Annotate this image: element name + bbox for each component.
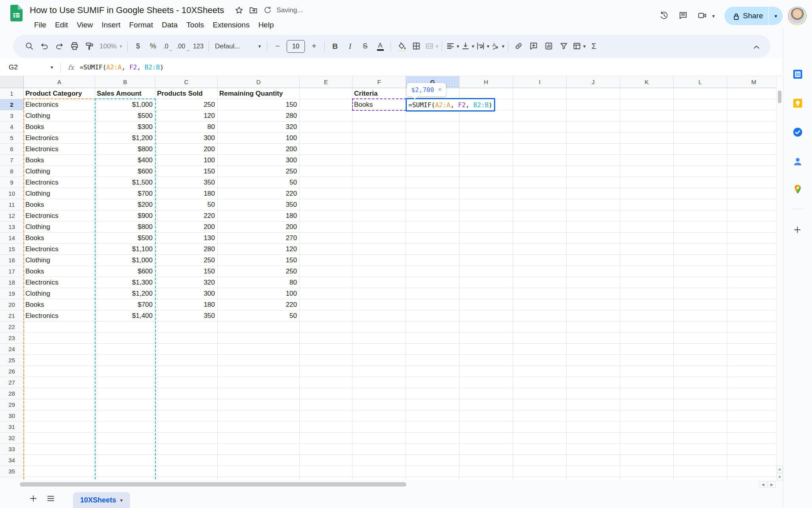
cell-E22[interactable] <box>300 321 352 333</box>
scroll-right-arrow[interactable]: ▶ <box>768 481 776 488</box>
cell-D15[interactable]: 120 <box>218 244 300 255</box>
row-header-24[interactable]: 24 <box>0 344 24 355</box>
cell-A27[interactable] <box>24 377 95 388</box>
share-main[interactable]: Share <box>724 7 769 25</box>
row-header-8[interactable]: 8 <box>0 166 24 177</box>
cell-E33[interactable] <box>300 444 352 455</box>
cell-I5[interactable] <box>513 133 567 144</box>
cell-H15[interactable] <box>460 244 513 255</box>
cell-C19[interactable]: 300 <box>155 288 218 299</box>
cell-F18[interactable] <box>352 277 406 288</box>
cell-D6[interactable]: 200 <box>218 144 300 155</box>
cell-D23[interactable] <box>218 333 300 344</box>
cell-F1[interactable]: Criteria <box>352 88 406 99</box>
cell-G34[interactable] <box>406 455 460 466</box>
move-folder-icon[interactable] <box>246 3 260 17</box>
cell-B21[interactable]: $1,400 <box>95 310 155 321</box>
menu-view[interactable]: View <box>72 19 97 31</box>
cell-M28[interactable] <box>727 388 776 399</box>
menu-edit[interactable]: Edit <box>51 19 73 31</box>
vertical-align-button[interactable]: ▾ <box>460 38 475 54</box>
cell-M25[interactable] <box>727 355 776 366</box>
cell-I32[interactable] <box>513 433 567 444</box>
cell-A16[interactable]: Clothing <box>24 255 95 266</box>
cell-F23[interactable] <box>352 333 406 344</box>
cell-C8[interactable]: 150 <box>155 166 218 177</box>
cell-E23[interactable] <box>300 333 352 344</box>
cell-D32[interactable] <box>218 433 300 444</box>
cell-J18[interactable] <box>567 277 620 288</box>
cell-J2[interactable] <box>567 99 620 110</box>
cell-I2[interactable] <box>513 99 567 110</box>
cell-D21[interactable]: 50 <box>218 310 300 321</box>
cell-I28[interactable] <box>513 388 567 399</box>
row-header-16[interactable]: 16 <box>0 255 24 266</box>
cell-D9[interactable]: 50 <box>218 177 300 188</box>
text-wrap-button[interactable]: ▾ <box>475 38 490 54</box>
cell-M4[interactable] <box>727 121 776 133</box>
column-header-H[interactable]: H <box>460 76 513 88</box>
column-header-B[interactable]: B <box>95 76 155 88</box>
cell-M22[interactable] <box>727 321 776 333</box>
horizontal-align-button[interactable]: ▾ <box>445 38 460 54</box>
cell-L19[interactable] <box>674 288 727 299</box>
cell-D16[interactable]: 150 <box>218 255 300 266</box>
cell-J5[interactable] <box>567 133 620 144</box>
cell-K2[interactable] <box>620 99 674 110</box>
share-caret-icon[interactable]: ▾ <box>769 7 783 25</box>
cell-C1[interactable]: Products Sold <box>155 88 218 99</box>
cell-K28[interactable] <box>620 388 674 399</box>
cell-K5[interactable] <box>620 133 674 144</box>
row-header-31[interactable]: 31 <box>0 421 24 433</box>
version-history-icon[interactable] <box>655 6 674 25</box>
cell-B32[interactable] <box>95 433 155 444</box>
cell-B30[interactable] <box>95 410 155 421</box>
cell-C16[interactable]: 250 <box>155 255 218 266</box>
cell-D5[interactable]: 100 <box>218 133 300 144</box>
cell-L15[interactable] <box>674 244 727 255</box>
tasks-icon[interactable] <box>789 123 806 141</box>
cell-I23[interactable] <box>513 333 567 344</box>
cell-A10[interactable]: Clothing <box>24 188 95 199</box>
font-select[interactable]: Defaul... ▾ <box>212 38 264 54</box>
cell-G19[interactable] <box>406 288 460 299</box>
share-button[interactable]: Share ▾ <box>724 7 783 25</box>
undo-button[interactable] <box>37 38 52 54</box>
cell-K31[interactable] <box>620 421 674 433</box>
cell-K6[interactable] <box>620 144 674 155</box>
cell-E21[interactable] <box>300 310 352 321</box>
cell-J3[interactable] <box>567 110 620 121</box>
cell-L35[interactable] <box>674 466 727 477</box>
cell-J30[interactable] <box>567 410 620 421</box>
formula-input[interactable]: =SUMIF(A2:A, F2, B2:B) <box>80 64 164 71</box>
cell-G15[interactable] <box>406 244 460 255</box>
text-rotation-button[interactable]: A ▾ <box>490 38 505 54</box>
cell-K19[interactable] <box>620 288 674 299</box>
cell-F8[interactable] <box>352 166 406 177</box>
cell-F9[interactable] <box>352 177 406 188</box>
active-cell-editor[interactable]: =SUMIF(A2:A, F2, B2:B) <box>406 98 495 112</box>
print-button[interactable] <box>67 38 82 54</box>
cell-L16[interactable] <box>674 255 727 266</box>
cell-D17[interactable]: 250 <box>218 266 300 277</box>
add-sheet-button[interactable] <box>25 490 42 507</box>
cell-I16[interactable] <box>513 255 567 266</box>
vertical-scrollbar[interactable]: ▲ ▼ <box>776 76 783 479</box>
search-menus-button[interactable] <box>22 38 37 54</box>
cell-I18[interactable] <box>513 277 567 288</box>
filter-views-button[interactable]: ▾ <box>571 38 586 54</box>
cell-A19[interactable]: Clothing <box>24 288 95 299</box>
column-header-J[interactable]: J <box>567 76 620 88</box>
cell-I3[interactable] <box>513 110 567 121</box>
cell-F24[interactable] <box>352 344 406 355</box>
cell-A24[interactable] <box>24 344 95 355</box>
cell-B7[interactable]: $400 <box>95 155 155 166</box>
cell-B28[interactable] <box>95 388 155 399</box>
column-header-C[interactable]: C <box>155 76 218 88</box>
cell-A22[interactable] <box>24 321 95 333</box>
cell-K35[interactable] <box>620 466 674 477</box>
cell-A36[interactable] <box>24 477 95 479</box>
cell-J24[interactable] <box>567 344 620 355</box>
cell-K21[interactable] <box>620 310 674 321</box>
cell-A11[interactable]: Books <box>24 199 95 210</box>
